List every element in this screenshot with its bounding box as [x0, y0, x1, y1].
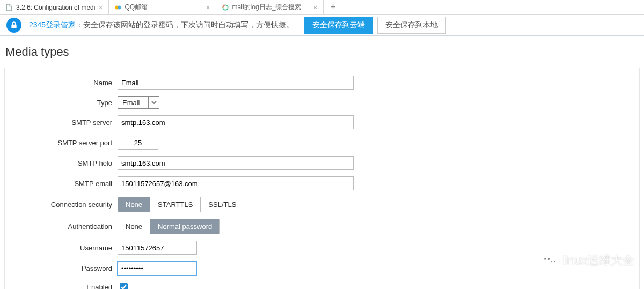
msg-text: ：安全保存该网站的登录密码，下次访问时自动填写，方便快捷。 — [76, 20, 294, 29]
auth-none[interactable]: None — [118, 219, 150, 234]
chevron-down-icon[interactable] — [148, 97, 159, 108]
wechat-icon — [540, 253, 559, 268]
enabled-checkbox[interactable] — [120, 283, 128, 289]
page-title: Media types — [5, 45, 640, 59]
name-input[interactable] — [118, 76, 354, 90]
browser-tab-strip: 3.2.6: Configuration of medi × QQ邮箱 × ma… — [0, 0, 644, 15]
label-smtp-port: SMTP server port — [5, 139, 118, 147]
svg-point-4 — [548, 259, 558, 266]
svg-point-5 — [544, 258, 546, 260]
password-save-bar: 2345登录管家：安全保存该网站的登录密码，下次访问时自动填写，方便快捷。 安全… — [0, 15, 644, 36]
browser-tab-0[interactable]: 3.2.6: Configuration of medi × — [0, 0, 109, 14]
label-conn-sec: Connection security — [5, 201, 118, 209]
browser-tab-1[interactable]: QQ邮箱 × — [109, 0, 216, 14]
label-username: Username — [5, 244, 118, 252]
svg-point-6 — [548, 258, 550, 260]
smtp-server-input[interactable] — [118, 115, 354, 129]
label-password: Password — [5, 264, 118, 272]
type-select-value: Email — [118, 99, 148, 107]
page-body: Media types Name Type Email SMTP server … — [0, 36, 644, 289]
close-icon[interactable]: × — [313, 3, 317, 12]
close-icon[interactable]: × — [206, 3, 210, 12]
conn-sec-starttls[interactable]: STARTTLS — [150, 197, 201, 212]
watermark: linux运维大全 — [540, 253, 634, 269]
label-auth: Authentication — [5, 223, 118, 231]
type-select[interactable]: Email — [118, 96, 159, 109]
qq-icon — [114, 4, 122, 11]
label-enabled: Enabled — [5, 283, 118, 289]
smtp-email-input[interactable] — [118, 176, 354, 190]
close-icon[interactable]: × — [98, 3, 103, 12]
smtp-helo-input[interactable] — [118, 156, 354, 170]
svg-point-8 — [554, 261, 555, 262]
auth-normal[interactable]: Normal password — [150, 219, 219, 234]
conn-sec-ssl[interactable]: SSL/TLS — [201, 197, 244, 212]
label-smtp-server: SMTP server — [5, 118, 118, 127]
browser-tab-2[interactable]: mail的log日志_综合搜索 × — [216, 0, 324, 14]
watermark-text: linux运维大全 — [563, 253, 634, 269]
label-smtp-helo: SMTP helo — [5, 159, 118, 167]
smtp-port-input[interactable] — [118, 136, 158, 150]
svg-point-7 — [551, 261, 552, 262]
label-name: Name — [5, 79, 118, 87]
conn-sec-none[interactable]: None — [118, 197, 150, 212]
authentication-segmented: None Normal password — [118, 219, 220, 234]
ring-icon — [222, 4, 229, 11]
username-input[interactable] — [118, 241, 197, 255]
connection-security-segmented: None STARTTLS SSL/TLS — [118, 197, 244, 212]
lock-icon — [6, 18, 21, 33]
password-bar-message: 2345登录管家：安全保存该网站的登录密码，下次访问时自动填写，方便快捷。 — [29, 20, 294, 30]
save-to-cloud-button[interactable]: 安全保存到云端 — [304, 17, 373, 34]
password-input[interactable] — [118, 261, 197, 275]
tab-title: mail的log日志_综合搜索 — [232, 3, 310, 12]
save-to-local-button[interactable]: 安全保存到本地 — [377, 17, 446, 34]
svg-point-1 — [117, 5, 121, 9]
brand-text: 2345登录管家 — [29, 20, 76, 29]
new-tab-button[interactable]: + — [324, 0, 343, 14]
tab-title: 3.2.6: Configuration of medi — [16, 4, 95, 11]
tab-title: QQ邮箱 — [125, 3, 203, 12]
label-type: Type — [5, 99, 118, 107]
label-smtp-email: SMTP email — [5, 180, 118, 188]
file-icon — [5, 4, 13, 11]
